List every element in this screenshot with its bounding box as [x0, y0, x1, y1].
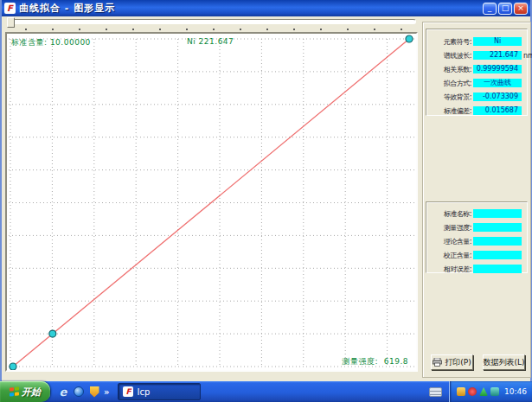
windows-flag-icon	[10, 386, 19, 397]
field-label: 元素符号:	[432, 37, 471, 47]
spectral-line-label: Ni 221.647	[187, 37, 234, 46]
shield-icon[interactable]	[88, 386, 100, 398]
trackbar-ticks	[25, 29, 402, 31]
field-label: 校正含量:	[432, 251, 471, 260]
field-row-measured-intensity: 测量强度:	[426, 220, 527, 234]
measured-intensity-label: 测量强度: 619.8	[342, 356, 408, 367]
field-row-correlation: 相关系数: 0.99999594	[426, 62, 527, 76]
calibration-curve-chart	[7, 34, 416, 370]
fit-method-field: 一次曲线	[473, 79, 522, 87]
field-suffix: nm	[523, 52, 532, 60]
field-row-theoretical-content: 理论含量:	[426, 234, 527, 248]
relative-error-field	[473, 265, 522, 273]
field-row-fit-method: 拟合方式: 一次曲线	[426, 76, 527, 90]
field-label: 测量强度:	[432, 223, 471, 233]
field-label: 理论含量:	[432, 237, 471, 246]
quick-launch-bar: e »	[50, 386, 114, 398]
ie-glyph: e	[60, 386, 67, 399]
field-row-wavelength: 谱线波长: 221.647 nm	[426, 48, 527, 62]
field-row-std-deviation: 标准偏差: 0.015687	[426, 104, 527, 118]
field-label: 拟合方式:	[432, 79, 471, 88]
results-panel: 元素符号: Ni 谱线波长: 221.647 nm 相关系数: 0.999995…	[422, 22, 531, 378]
field-row-relative-error: 相对误差:	[426, 262, 527, 276]
app-window: F 曲线拟合 - 图形显示 _ □ × 标准含量: 10.00000 Ni 22…	[0, 0, 532, 381]
tray-icon-1[interactable]	[457, 387, 465, 396]
taskbar: 开始 e » F Icp 10:46	[0, 381, 532, 402]
trackbar-thumb[interactable]	[7, 17, 15, 28]
zoom-trackbar	[6, 17, 418, 31]
equivalent-background-field: -0.073309	[473, 93, 522, 101]
internet-explorer-icon[interactable]: e	[57, 386, 69, 398]
corrected-content-field	[473, 251, 522, 259]
start-button[interactable]: 开始	[0, 381, 50, 402]
language-keyboard-icon[interactable]	[429, 387, 442, 397]
tray-icon-3[interactable]	[479, 387, 488, 396]
data-list-button[interactable]: 数据列表(L)	[483, 354, 525, 370]
field-row-element-symbol: 元素符号: Ni	[426, 35, 527, 48]
element-symbol-field: Ni	[473, 37, 522, 46]
screen: F 曲线拟合 - 图形显示 _ □ × 标准含量: 10.00000 Ni 22…	[0, 0, 532, 402]
wavelength-field: 221.647	[473, 51, 522, 60]
field-label: 标准名称:	[432, 209, 471, 219]
field-label: 等效背景:	[432, 93, 471, 102]
print-button[interactable]: 打印(P)	[431, 354, 473, 370]
titlebar: F 曲线拟合 - 图形显示 _ □ ×	[2, 0, 530, 16]
task-button-label: Icp	[137, 387, 150, 397]
theoretical-content-field	[473, 237, 522, 246]
start-button-label: 开始	[22, 386, 41, 399]
standard-content-label: 标准含量: 10.00000	[11, 37, 91, 48]
taskbar-task-icp[interactable]: F Icp	[118, 383, 201, 400]
icp-app-icon: F	[123, 386, 133, 397]
field-row-corrected-content: 校正含量:	[426, 248, 527, 262]
field-row-standard-name: 标准名称:	[426, 207, 527, 220]
measured-intensity-field	[473, 223, 522, 232]
std-deviation-field: 0.015687	[473, 106, 522, 115]
field-label: 相对误差:	[432, 265, 471, 274]
printer-icon	[433, 358, 442, 367]
globe-icon[interactable]	[73, 386, 85, 398]
restore-button[interactable]: □	[498, 3, 512, 15]
field-row-background: 等效背景: -0.073309	[426, 90, 527, 104]
tray-icon-2[interactable]	[468, 387, 477, 396]
system-tray: 10:46	[449, 381, 532, 402]
print-button-label: 打印(P)	[445, 357, 471, 368]
close-button[interactable]: ×	[514, 3, 528, 15]
correlation-field: 0.99999594	[473, 65, 522, 73]
app-icon: F	[4, 3, 16, 14]
fit-results-groupbox: 元素符号: Ni 谱线波长: 221.647 nm 相关系数: 0.999995…	[426, 29, 528, 116]
standard-name-field	[473, 209, 522, 218]
field-label: 标准偏差:	[432, 106, 471, 116]
field-label: 谱线波长:	[432, 51, 471, 61]
minimize-button[interactable]: _	[483, 3, 497, 15]
sample-groupbox: 标准名称: 测量强度: 理论含量: 校正含量: 相对误差:	[426, 201, 528, 273]
tray-icon-4[interactable]	[490, 387, 499, 396]
calibration-plot: 标准含量: 10.00000 Ni 221.647 测量强度: 619.8	[5, 32, 418, 372]
data-list-button-label: 数据列表(L)	[483, 357, 524, 368]
trackbar-groove[interactable]	[8, 19, 416, 24]
taskbar-clock: 10:46	[504, 387, 527, 396]
field-label: 相关系数:	[432, 65, 471, 74]
chevron-more-icon[interactable]: »	[104, 387, 109, 397]
window-title: 曲线拟合 - 图形显示	[19, 2, 481, 15]
